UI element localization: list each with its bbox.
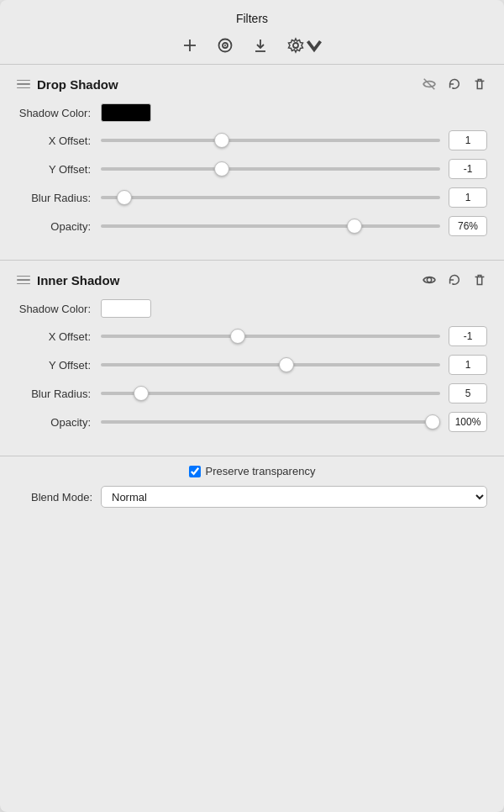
- drop-shadow-actions: [422, 76, 487, 92]
- inner-shadow-reset-button[interactable]: [447, 272, 462, 287]
- inner-shadow-header: Inner Shadow: [17, 272, 487, 287]
- trash-icon-2: [472, 272, 487, 287]
- svg-point-7: [293, 43, 298, 48]
- preserve-transparency-checkbox[interactable]: [189, 466, 201, 477]
- inner-shadow-opacity-slider-container: [101, 420, 440, 424]
- drop-shadow-x-offset-value: 1: [449, 130, 487, 150]
- drop-shadow-section: Drop Shadow: [0, 65, 504, 260]
- inner-shadow-blur-label: Blur Radius:: [17, 388, 101, 400]
- inner-shadow-color-swatch[interactable]: [101, 299, 151, 318]
- panel-title: Filters: [0, 0, 504, 32]
- reset-icon-2: [447, 272, 462, 287]
- inner-shadow-blur-slider-container: [101, 392, 440, 395]
- view-effects-button[interactable]: [215, 35, 235, 55]
- inner-shadow-drag-handle[interactable]: [17, 276, 30, 285]
- drop-shadow-blur-slider[interactable]: [101, 196, 440, 199]
- blend-mode-row: Blend Mode: Normal Multiply Screen Overl…: [17, 486, 487, 508]
- chevron-down-icon: [306, 37, 323, 54]
- toolbar: [0, 32, 504, 64]
- drop-shadow-x-offset-slider[interactable]: [101, 139, 440, 142]
- inner-shadow-header-left: Inner Shadow: [17, 273, 119, 287]
- drop-shadow-opacity-slider-container: [101, 224, 440, 228]
- blend-mode-select[interactable]: Normal Multiply Screen Overlay Darken Li…: [101, 486, 487, 508]
- drop-shadow-drag-handle[interactable]: [17, 80, 30, 89]
- drop-shadow-x-offset-label: X Offset:: [17, 134, 101, 147]
- drop-shadow-color-label: Shadow Color:: [17, 107, 101, 119]
- drop-shadow-blur-row: Blur Radius: 1: [17, 187, 487, 208]
- drop-shadow-blur-slider-container: [101, 196, 440, 199]
- inner-shadow-x-offset-label: X Offset:: [17, 330, 101, 343]
- drop-shadow-blur-label: Blur Radius:: [17, 192, 101, 204]
- inner-shadow-y-offset-label: Y Offset:: [17, 359, 101, 372]
- eye-circle-icon: [217, 37, 234, 54]
- drop-shadow-opacity-label: Opacity:: [17, 220, 101, 233]
- drop-shadow-header-left: Drop Shadow: [17, 77, 118, 92]
- plus-icon: [181, 37, 198, 54]
- trash-icon: [472, 76, 487, 92]
- inner-shadow-y-offset-value: 1: [449, 355, 487, 375]
- inner-shadow-x-offset-row: X Offset: -1: [17, 326, 487, 346]
- drop-shadow-visibility-button[interactable]: [422, 76, 437, 92]
- inner-shadow-color-row: Shadow Color:: [17, 299, 487, 318]
- drop-shadow-opacity-row: Opacity: 76%: [17, 216, 487, 236]
- preserve-transparency-label: Preserve transparency: [206, 465, 316, 477]
- inner-shadow-actions: [422, 272, 487, 287]
- inner-shadow-x-offset-slider[interactable]: [101, 335, 440, 338]
- drop-shadow-color-row: Shadow Color:: [17, 103, 487, 122]
- gear-icon: [287, 37, 304, 54]
- svg-point-4: [224, 45, 226, 46]
- inner-shadow-blur-value: 5: [449, 383, 487, 403]
- drop-shadow-title: Drop Shadow: [37, 77, 118, 92]
- inner-shadow-opacity-row: Opacity: 100%: [17, 412, 487, 432]
- preserve-transparency-row: Preserve transparency: [17, 465, 487, 477]
- eye-slash-icon: [422, 76, 437, 92]
- inner-shadow-opacity-slider[interactable]: [101, 420, 440, 424]
- drop-shadow-x-offset-row: X Offset: 1: [17, 130, 487, 150]
- inner-shadow-section: Inner Shadow: [0, 261, 504, 456]
- drop-shadow-y-offset-slider-container: [101, 167, 440, 171]
- drop-shadow-y-offset-label: Y Offset:: [17, 163, 101, 176]
- inner-shadow-title: Inner Shadow: [37, 273, 119, 287]
- bottom-section: Preserve transparency Blend Mode: Normal…: [0, 456, 504, 525]
- inner-shadow-opacity-label: Opacity:: [17, 416, 101, 429]
- drop-shadow-header: Drop Shadow: [17, 76, 487, 92]
- inner-shadow-y-offset-row: Y Offset: 1: [17, 355, 487, 375]
- download-icon: [252, 37, 269, 54]
- add-button[interactable]: [180, 35, 200, 55]
- filters-panel: Filters: [0, 0, 504, 812]
- drop-shadow-opacity-slider[interactable]: [101, 224, 440, 228]
- blend-mode-label: Blend Mode:: [17, 491, 92, 504]
- download-button[interactable]: [250, 35, 270, 55]
- inner-shadow-color-label: Shadow Color:: [17, 303, 101, 315]
- inner-shadow-opacity-value: 100%: [449, 412, 487, 432]
- drop-shadow-y-offset-slider[interactable]: [101, 167, 440, 171]
- eye-icon: [422, 272, 437, 287]
- inner-shadow-delete-button[interactable]: [472, 272, 487, 287]
- drop-shadow-reset-button[interactable]: [447, 76, 462, 92]
- inner-shadow-y-offset-slider[interactable]: [101, 363, 440, 366]
- svg-point-9: [427, 277, 431, 282]
- inner-shadow-blur-row: Blur Radius: 5: [17, 383, 487, 403]
- inner-shadow-y-offset-slider-container: [101, 363, 440, 366]
- drop-shadow-delete-button[interactable]: [472, 76, 487, 92]
- svg-line-8: [424, 79, 435, 90]
- drop-shadow-color-swatch[interactable]: [101, 103, 151, 122]
- inner-shadow-x-offset-slider-container: [101, 335, 440, 338]
- drop-shadow-blur-value: 1: [449, 187, 487, 208]
- inner-shadow-x-offset-value: -1: [449, 326, 487, 346]
- drop-shadow-y-offset-row: Y Offset: -1: [17, 159, 487, 179]
- drop-shadow-y-offset-value: -1: [449, 159, 487, 179]
- drop-shadow-x-offset-slider-container: [101, 139, 440, 142]
- reset-icon: [447, 76, 462, 92]
- settings-button[interactable]: [286, 35, 324, 55]
- inner-shadow-blur-slider[interactable]: [101, 392, 440, 395]
- inner-shadow-visibility-button[interactable]: [422, 272, 437, 287]
- drop-shadow-opacity-value: 76%: [449, 216, 487, 236]
